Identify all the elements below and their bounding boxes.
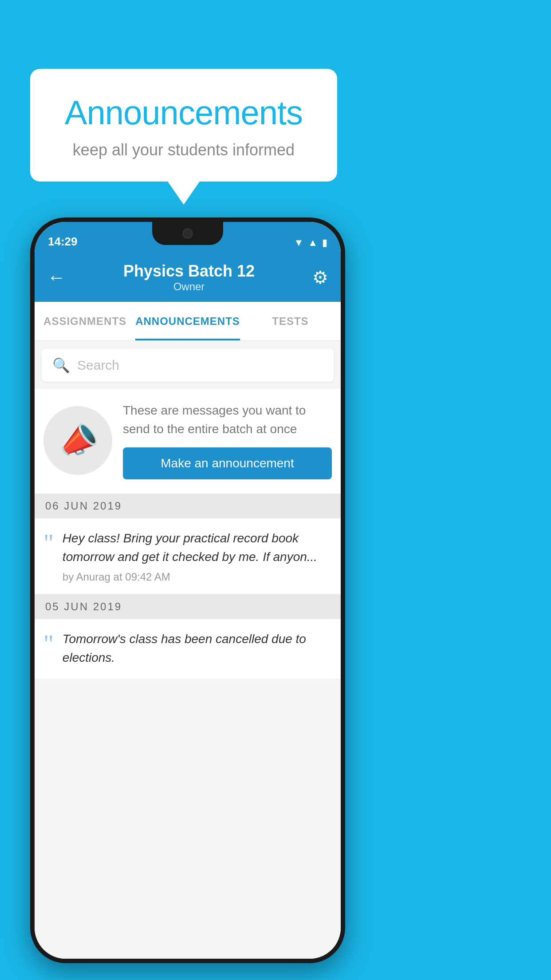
date-divider-2: 05 JUN 2019	[35, 594, 341, 619]
signal-icon: ▲	[308, 237, 318, 249]
speech-bubble-title: Announcements	[57, 93, 311, 132]
front-camera	[182, 228, 193, 239]
tab-bar: ASSIGNMENTS ANNOUNCEMENTS TESTS	[35, 302, 341, 341]
content-area: 🔍 Search 📣 These are messages you want t…	[35, 341, 341, 959]
search-bar[interactable]: 🔍 Search	[42, 349, 334, 382]
announcement-item-1[interactable]: " Hey class! Bring your practical record…	[35, 518, 341, 594]
settings-icon[interactable]: ⚙	[312, 267, 328, 288]
tab-tests[interactable]: TESTS	[240, 302, 341, 340]
phone-screen: 14:29 ▼ ▲ ▮ ← Physics Batch 12 Owner ⚙	[35, 222, 341, 959]
speech-bubble-subtitle: keep all your students informed	[57, 141, 311, 159]
wifi-icon: ▼	[294, 237, 303, 249]
speech-bubble-section: Announcements keep all your students inf…	[30, 69, 337, 182]
app-bar: ← Physics Batch 12 Owner ⚙	[35, 253, 341, 302]
make-announcement-button[interactable]: Make an announcement	[123, 447, 332, 479]
search-icon: 🔍	[52, 357, 70, 374]
quote-icon: "	[43, 531, 54, 556]
speech-bubble-card: Announcements keep all your students inf…	[30, 69, 337, 182]
phone-notch	[152, 222, 223, 245]
tab-assignments[interactable]: ASSIGNMENTS	[35, 302, 135, 340]
promo-area: 📣 These are messages you want to send to…	[35, 389, 341, 494]
promo-description: These are messages you want to send to t…	[123, 401, 332, 439]
phone-device: 14:29 ▼ ▲ ▮ ← Physics Batch 12 Owner ⚙	[30, 217, 345, 968]
date-divider-1: 06 JUN 2019	[35, 494, 341, 518]
status-icons: ▼ ▲ ▮	[294, 237, 327, 249]
announcement-text-1: Hey class! Bring your practical record b…	[63, 529, 330, 566]
tab-announcements[interactable]: ANNOUNCEMENTS	[135, 302, 240, 340]
announcement-item-2[interactable]: " Tomorrow's class has been cancelled du…	[35, 619, 341, 679]
announcement-text-2: Tomorrow's class has been cancelled due …	[63, 630, 330, 667]
app-bar-center: Physics Batch 12 Owner	[123, 262, 255, 293]
promo-icon-circle: 📣	[43, 406, 112, 475]
app-bar-title: Physics Batch 12	[123, 262, 255, 281]
megaphone-icon: 📣	[54, 417, 102, 463]
status-time: 14:29	[48, 235, 78, 249]
announcement-meta-1: by Anurag at 09:42 AM	[63, 571, 330, 583]
promo-right: These are messages you want to send to t…	[123, 401, 332, 479]
app-bar-subtitle: Owner	[123, 281, 255, 293]
back-button[interactable]: ←	[47, 267, 66, 288]
battery-icon: ▮	[322, 237, 327, 249]
quote-icon-2: "	[43, 632, 54, 656]
announcement-content-1: Hey class! Bring your practical record b…	[63, 529, 330, 583]
announcement-content-2: Tomorrow's class has been cancelled due …	[63, 630, 330, 672]
phone-frame: 14:29 ▼ ▲ ▮ ← Physics Batch 12 Owner ⚙	[30, 217, 345, 963]
search-placeholder: Search	[77, 358, 119, 373]
